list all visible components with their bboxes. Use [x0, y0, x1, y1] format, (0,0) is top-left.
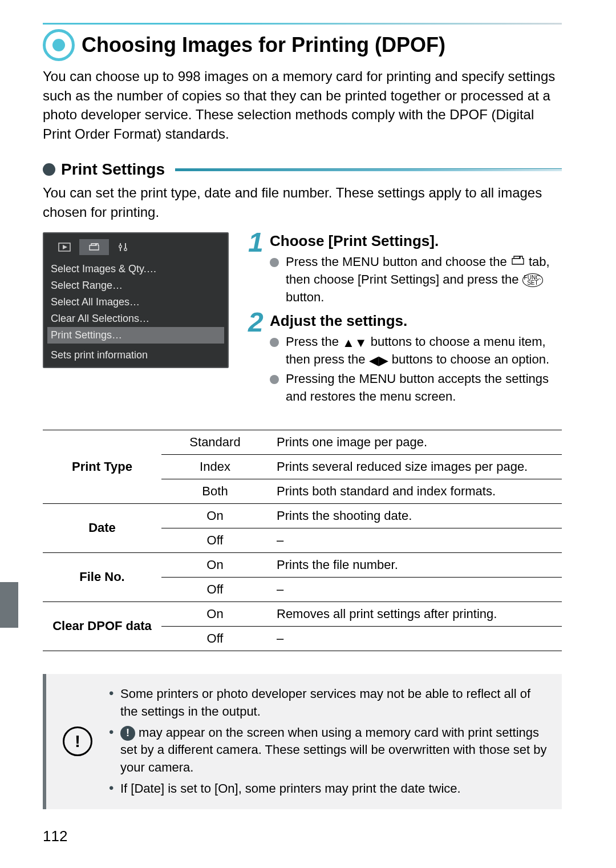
table-description: Prints the file number. [269, 552, 562, 577]
up-down-arrows-icon: ▲▼ [342, 334, 367, 352]
menu-item-active: Print Settings… [47, 327, 224, 344]
table-option: On [161, 552, 269, 577]
tab-setup-icon [109, 239, 139, 255]
top-divider [43, 23, 562, 25]
table-row: Clear DPOF data On Removes all print set… [43, 601, 562, 626]
table-description: – [269, 626, 562, 651]
intro-paragraph: You can choose up to 998 images on a mem… [43, 67, 562, 143]
warning-item: If [Date] is set to [On], some printers … [109, 780, 550, 798]
svg-point-3 [124, 248, 127, 250]
section-heading-row: Print Settings [43, 160, 562, 179]
table-category: Print Type [43, 430, 161, 503]
side-tab [0, 582, 18, 628]
table-option: Standard [161, 430, 269, 454]
menu-item: Select Images & Qty.… [47, 261, 224, 277]
camera-menu-footer: Sets print information [47, 344, 224, 364]
step-number: 1 [248, 229, 264, 256]
table-description: – [269, 577, 562, 601]
warning-item: Some printers or photo developer service… [109, 685, 550, 721]
step-instruction: Pressing the MENU button accepts the set… [270, 370, 562, 406]
menu-item: Select All Images… [47, 294, 224, 310]
menu-item: Select Range… [47, 277, 224, 294]
table-description: Prints both standard and index formats. [269, 479, 562, 503]
svg-marker-1 [63, 245, 67, 249]
page-title: Choosing Images for Printing (DPOF) [82, 33, 445, 57]
table-description: – [269, 528, 562, 552]
step-number: 2 [248, 309, 264, 336]
caution-icon: ! [46, 726, 109, 756]
table-option: On [161, 503, 269, 528]
print-settings-table: Print Type Standard Prints one image per… [43, 430, 562, 651]
title-row: Choosing Images for Printing (DPOF) [43, 29, 562, 61]
svg-point-2 [119, 245, 121, 247]
menu-item: Clear All Selections… [47, 310, 224, 327]
table-category: File No. [43, 552, 161, 601]
camera-menu-screenshot: Select Images & Qty.… Select Range… Sele… [43, 232, 229, 368]
page-number: 112 [43, 827, 67, 845]
table-option: Off [161, 626, 269, 651]
step-title: Choose [Print Settings]. [270, 232, 562, 250]
step-instruction: Press the MENU button and choose the tab… [270, 253, 562, 306]
section-intro: You can set the print type, date and fil… [43, 183, 562, 221]
warning-box: ! Some printers or photo developer servi… [43, 674, 562, 809]
section-title: Print Settings [61, 160, 165, 179]
camera-tab-bar [47, 237, 224, 257]
table-option: Index [161, 454, 269, 479]
table-row: File No. On Prints the file number. [43, 552, 562, 577]
table-option: Both [161, 479, 269, 503]
section-rule [175, 168, 562, 171]
camera-menu-list: Select Images & Qty.… Select Range… Sele… [47, 261, 224, 344]
menu-button-label: MENU [359, 372, 396, 386]
step-1: 1 Choose [Print Settings]. Press the MEN… [253, 232, 562, 306]
table-description: Prints several reduced size images per p… [269, 454, 562, 479]
info-dot-icon: ! [120, 726, 135, 741]
print-tab-icon [510, 253, 525, 271]
table-row: Print Type Standard Prints one image per… [43, 430, 562, 454]
menu-button-label: MENU [342, 255, 379, 269]
warning-item: ! may appear on the screen when using a … [109, 724, 550, 777]
table-option: Off [161, 528, 269, 552]
step-title: Adjust the settings. [270, 312, 562, 330]
section-ring-icon [43, 29, 75, 61]
table-category: Date [43, 503, 161, 552]
left-right-arrows-icon: ◀▶ [369, 352, 388, 370]
table-option: Off [161, 577, 269, 601]
table-description: Prints one image per page. [269, 430, 562, 454]
table-description: Removes all print settings after printin… [269, 601, 562, 626]
tab-print-icon [79, 239, 109, 255]
section-bullet-icon [43, 163, 55, 176]
tab-playback-icon [50, 239, 79, 255]
table-description: Prints the shooting date. [269, 503, 562, 528]
table-option: On [161, 601, 269, 626]
table-row: Date On Prints the shooting date. [43, 503, 562, 528]
table-category: Clear DPOF data [43, 601, 161, 651]
step-instruction: Press the ▲▼ buttons to choose a menu it… [270, 333, 562, 369]
func-set-button-icon: FUNC.SET [522, 273, 544, 287]
step-2: 2 Adjust the settings. Press the ▲▼ butt… [253, 312, 562, 406]
